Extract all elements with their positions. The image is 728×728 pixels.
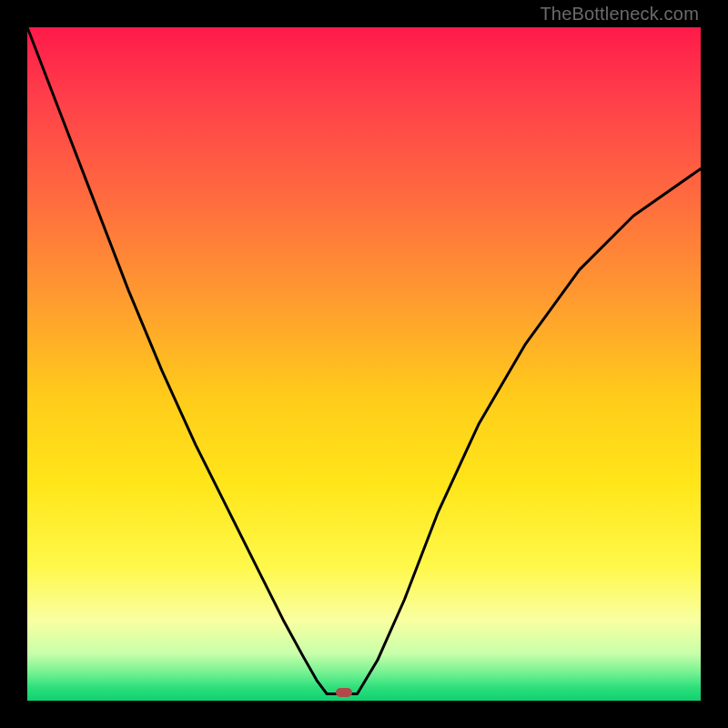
chart-frame: TheBottleneck.com [0, 0, 728, 728]
bottleneck-curve [27, 27, 701, 701]
watermark-text: TheBottleneck.com [540, 4, 699, 25]
plot-area [27, 27, 701, 701]
curve-path [27, 27, 701, 694]
min-marker [336, 688, 352, 697]
